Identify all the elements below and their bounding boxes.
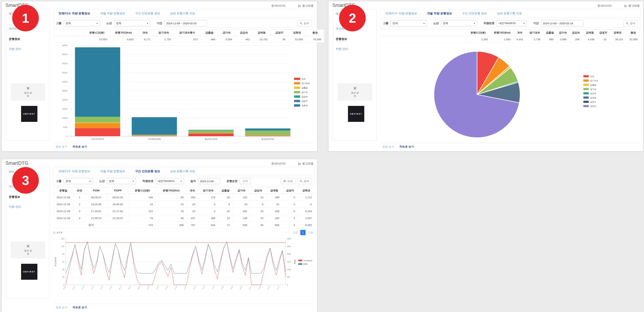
group-select[interactable]: 전체▼ bbox=[64, 20, 100, 26]
chart-view-link[interactable]: 차트로 보기 bbox=[72, 145, 87, 149]
tab-1[interactable]: 개별 차량 운행정보 bbox=[95, 9, 130, 17]
tab-0[interactable]: 전체/다수 차량 운행정보 bbox=[380, 9, 422, 17]
table-cell bbox=[53, 36, 84, 43]
table-cell: 146 bbox=[129, 194, 156, 201]
legend-item: RPM bbox=[298, 263, 308, 265]
svg-text:1000: 1000 bbox=[287, 268, 291, 270]
tab-0[interactable]: 전체/다수 차량 운행정보 bbox=[54, 9, 95, 17]
svg-text:15000: 15000 bbox=[62, 108, 68, 110]
chevron-down-icon: ▼ bbox=[180, 180, 182, 182]
chart-view-link[interactable]: 차트로 보기 bbox=[400, 145, 414, 149]
legend-item: 급정지 bbox=[584, 101, 596, 103]
sidebar-item-vehicle-mgmt[interactable]: 차량 관리 bbox=[336, 47, 348, 51]
period-input[interactable]: 2024-12-09 ~ 2025-02-20 bbox=[164, 20, 207, 26]
table-cell: 36 bbox=[270, 36, 288, 43]
sidebar-item-driving-info[interactable]: 운행정보 bbox=[336, 37, 347, 41]
table-cell: 206 bbox=[569, 36, 582, 43]
table-cell: 298 bbox=[266, 194, 282, 201]
pagination-next[interactable]: 다음 bbox=[307, 231, 314, 234]
chevron-down-icon: ▼ bbox=[474, 22, 475, 24]
svg-text:06:44: 06:44 bbox=[72, 285, 75, 290]
table-cell: 8,463 bbox=[298, 221, 315, 228]
vehicle-select[interactable]: 대전75바8576▼ bbox=[497, 20, 527, 26]
logout-button[interactable]: 로그아웃 bbox=[298, 162, 314, 166]
table-view-link[interactable]: 표로 보기 bbox=[56, 145, 67, 149]
tab-2[interactable]: 구간 안전운행 정보 bbox=[130, 9, 165, 17]
options-button[interactable]: 옵션 설정 bbox=[11, 242, 45, 258]
tab-0[interactable]: 전체/다수 차량 운행정보 bbox=[54, 167, 95, 175]
chevron-down-icon: ▼ bbox=[523, 22, 525, 24]
chart-view-link[interactable]: 차트로 보기 bbox=[72, 305, 87, 309]
svg-text:25000: 25000 bbox=[62, 90, 68, 92]
sidebar-item-driving-info[interactable]: 운행정보 bbox=[9, 195, 20, 199]
tab-2[interactable]: 구간 안전운행 정보 bbox=[457, 9, 492, 17]
pagination-prev[interactable]: 이전 bbox=[292, 231, 299, 234]
table-view-link[interactable]: 표로 보기 bbox=[56, 305, 67, 309]
options-button[interactable]: 옵션 설정 bbox=[338, 84, 372, 100]
svg-text:공회전: 공회전 bbox=[302, 105, 308, 107]
table-cell: 16:20:36 bbox=[86, 201, 106, 208]
table-view-link[interactable]: 표로 보기 bbox=[382, 145, 394, 149]
group-select[interactable]: 전체▼ bbox=[64, 178, 93, 184]
svg-text:100: 100 bbox=[61, 245, 64, 247]
tab-1[interactable]: 개별 차량 운행정보 bbox=[422, 9, 457, 17]
annotation-badge: 1 bbox=[12, 5, 39, 31]
date-input[interactable]: 2024-12-09 bbox=[198, 178, 220, 184]
tab-3[interactable]: 상세 운행기록 자료 bbox=[492, 9, 527, 17]
table-header-cell: 급출발 bbox=[543, 30, 556, 36]
search-button[interactable]: 검색 bbox=[297, 178, 312, 184]
pagination-info: 1 - 4 / 4 bbox=[53, 231, 62, 234]
table-row: 2024-12-09317:34:5121:17:442227823032292… bbox=[53, 208, 315, 215]
route-select[interactable]: 전체▼ bbox=[114, 20, 150, 26]
table-row: 2024-12-09421:59:2323:18:227848437366101… bbox=[53, 215, 315, 221]
table-cell: 0 bbox=[198, 208, 218, 215]
bar-segment bbox=[132, 136, 177, 136]
search-button[interactable]: 검색 bbox=[297, 20, 312, 26]
table-cell: 1,547 bbox=[298, 215, 315, 221]
svg-text:40: 40 bbox=[62, 268, 64, 270]
pagination-page-1[interactable]: 1 bbox=[300, 230, 306, 235]
print-button[interactable]: 인쇄 bbox=[280, 178, 295, 184]
svg-text:과속: 과속 bbox=[302, 78, 306, 80]
sidebar-item-vehicle-mgmt[interactable]: 차량 관리 bbox=[9, 47, 21, 51]
logout-button[interactable]: 로그아웃 bbox=[624, 4, 640, 8]
sidebar-item-vehicle-mgmt[interactable]: 차량 관리 bbox=[9, 205, 21, 209]
tab-bar: 전체/다수 차량 운행정보개별 차량 운행정보구간 안전운행 정보상세 운행기록… bbox=[53, 167, 314, 175]
account-name: 한국타이어 bbox=[272, 4, 286, 8]
table-header-cell: 급제동 bbox=[253, 30, 270, 36]
sequence-box[interactable]: 전체 bbox=[240, 178, 251, 184]
tab-2[interactable]: 구간 안전운행 정보 bbox=[130, 167, 165, 175]
table-cell: 44 bbox=[186, 201, 198, 208]
table-cell: 848 bbox=[266, 221, 282, 228]
vehicle-select-label: 차량번호 bbox=[484, 22, 494, 25]
table-cell: 38,110 bbox=[609, 36, 626, 43]
tab-1[interactable]: 개별 차량 운행정보 bbox=[95, 167, 130, 175]
options-button[interactable]: 옵션 설정 bbox=[11, 84, 45, 100]
search-button[interactable]: 검색 bbox=[623, 20, 638, 26]
bar-segment bbox=[75, 117, 120, 117]
svg-text:급가속: 급가속 bbox=[302, 91, 308, 93]
period-input[interactable]: 2024-12-09 ~ 2025-02-19 bbox=[541, 20, 584, 26]
table-cell: 10 bbox=[250, 215, 266, 221]
route-select-label: 노선 bbox=[433, 22, 439, 25]
route-select[interactable]: 전체▼ bbox=[107, 178, 136, 184]
sidebar-item-driving-info[interactable]: 운행정보 bbox=[9, 37, 20, 41]
svg-text:장기과속: 장기과속 bbox=[590, 80, 598, 82]
table-cell: 666 bbox=[200, 36, 218, 43]
logout-button[interactable]: 로그아웃 bbox=[298, 4, 314, 8]
table-header-cell: 장기과속 bbox=[526, 30, 543, 36]
group-select[interactable]: 전체▼ bbox=[390, 20, 427, 26]
svg-text:40000: 40000 bbox=[62, 63, 68, 65]
route-select[interactable]: 전체▼ bbox=[441, 20, 477, 26]
svg-text:18:40: 18:40 bbox=[202, 285, 206, 290]
table-cell: 5,064 bbox=[218, 36, 235, 43]
vehicle-select[interactable]: 대전75바8576▼ bbox=[156, 178, 184, 184]
table-header-cell: 운행일 bbox=[53, 187, 74, 194]
tab-3[interactable]: 상세 운행기록 자료 bbox=[165, 9, 200, 17]
table-header-cell: 순번 bbox=[74, 187, 86, 194]
table-header-cell: 운행거리(Km) bbox=[491, 30, 514, 36]
tab-3[interactable]: 상세 운행기록 자료 bbox=[165, 167, 200, 175]
table-cell: 10 bbox=[250, 194, 266, 201]
tools-icon bbox=[353, 87, 357, 90]
route-select-label: 노선 bbox=[106, 22, 112, 25]
